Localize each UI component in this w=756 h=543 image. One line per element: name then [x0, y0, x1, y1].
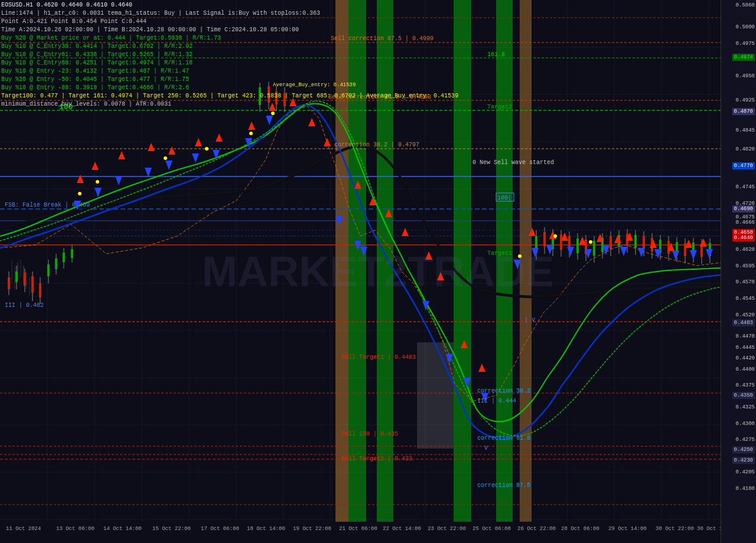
svg-rect-86: [284, 93, 286, 106]
chart-svg: Sell correction 87.5 | 0.4999 161.8 Sell…: [0, 0, 721, 532]
svg-rect-98: [576, 238, 579, 253]
svg-rect-68: [31, 276, 34, 293]
price-4275: 0.4275: [736, 437, 755, 443]
svg-point-196: [518, 254, 522, 258]
svg-rect-84: [275, 91, 278, 104]
price-4205: 0.4205: [736, 469, 755, 475]
price-4230: 0.4230: [732, 457, 755, 464]
price-4300: 0.4300: [736, 421, 755, 427]
svg-rect-78: [71, 249, 73, 258]
time-label-7: 19 Oct 22:00: [293, 526, 331, 532]
time-label-12: 26 Oct 22:00: [517, 526, 556, 532]
label-iii-444: III | 0.444: [477, 398, 516, 404]
svg-rect-66: [24, 273, 26, 286]
svg-rect-72: [47, 264, 50, 276]
price-4620: 0.4620: [736, 247, 755, 253]
price-4520: 0.4520: [736, 312, 755, 318]
svg-point-198: [589, 240, 592, 244]
label-target2: Target2: [487, 104, 512, 110]
label-avg-buy: Average_Buy_entry: 0.41539: [273, 82, 356, 88]
label-iii-462: III | 0.462: [5, 302, 44, 309]
label-fsb: FSB: False Break | 0.469: [5, 202, 90, 208]
time-label-14: 29 Oct 14:00: [608, 526, 647, 532]
price-4595: 0.4595: [736, 263, 755, 269]
price-4250: 0.4250: [732, 446, 755, 453]
price-4470: 0.4470: [736, 333, 755, 339]
time-label-1: 11 Oct 2024: [6, 526, 41, 532]
price-4545: 0.4545: [736, 296, 755, 302]
time-label-6: 18 Oct 14:00: [247, 526, 285, 532]
label-100-left: 100: [59, 103, 73, 112]
svg-rect-28: [348, 0, 366, 522]
svg-rect-32: [520, 0, 532, 522]
label-new-sell: 0 New Sell wave started: [472, 159, 554, 166]
price-4400: 0.4400: [736, 367, 755, 372]
svg-rect-102: [593, 241, 595, 256]
svg-point-195: [271, 112, 275, 115]
price-4974: 0.4974: [732, 54, 755, 61]
time-label-8: 21 Oct 06:00: [339, 526, 377, 532]
svg-rect-112: [634, 235, 637, 248]
svg-rect-74: [55, 259, 57, 269]
chart-container: MARKET2TRADE EOSUSD.H1 0.4620 0.4640 0.4…: [0, 0, 756, 543]
svg-rect-62: [8, 277, 10, 289]
price-4745: 0.4745: [736, 184, 755, 190]
svg-point-192: [164, 156, 167, 160]
price-4375: 0.4375: [736, 382, 755, 388]
svg-rect-82: [268, 86, 270, 103]
svg-point-191: [96, 180, 99, 184]
svg-point-190: [78, 192, 82, 195]
label-sell-corr87: Sell correction 87.5 | 0.4999: [331, 35, 434, 42]
price-4445: 0.4445: [736, 345, 755, 351]
price-4570: 0.4570: [736, 279, 755, 285]
price-4180: 0.4180: [736, 486, 755, 492]
label-target1: Target1: [487, 250, 512, 257]
time-label-10: 23 Oct 22:00: [428, 526, 466, 532]
time-label-16: 30 Oct 14:00: [697, 526, 721, 532]
svg-rect-124: [684, 243, 686, 256]
svg-point-194: [249, 132, 253, 135]
svg-rect-27: [335, 0, 348, 522]
svg-rect-90: [543, 232, 546, 247]
svg-rect-64: [15, 272, 18, 282]
price-4640: 0.4640: [732, 234, 755, 241]
time-label-3: 14 Oct 14:00: [103, 526, 142, 532]
label-iv-right: | V: [524, 317, 535, 323]
svg-rect-70: [39, 283, 41, 297]
label-corr61-right: correction 61.8: [477, 435, 530, 441]
price-4820: 0.4820: [736, 146, 755, 152]
label-corr38-right: correction 38.2: [477, 388, 530, 394]
svg-rect-94: [560, 235, 562, 250]
price-4483: 0.4483: [732, 319, 755, 326]
price-4925: 0.4925: [736, 97, 755, 103]
label-corr87-right: correction 87.5: [477, 482, 530, 489]
time-label-13: 28 Oct 06:00: [561, 526, 599, 532]
time-label-9: 22 Oct 14:00: [383, 526, 421, 532]
price-4666: 0.4666: [736, 220, 755, 225]
svg-rect-29: [377, 0, 393, 522]
label-sell-target2: Sell Target2 | 0.423: [341, 456, 412, 462]
price-4325: 0.4325: [736, 404, 755, 410]
svg-point-193: [205, 147, 208, 151]
svg-rect-31: [496, 0, 513, 522]
label-sell-corr61: Sell correction 61.8 | 0.4893: [328, 94, 431, 100]
svg-rect-114: [643, 236, 645, 249]
svg-rect-76: [63, 253, 65, 262]
price-4350: 0.4350: [732, 392, 755, 399]
label-corr38: correction 38.2 | 0.4797: [334, 142, 419, 148]
price-4975: 0.4975: [736, 41, 755, 47]
svg-rect-30: [454, 0, 471, 522]
price-axis: 0.5060 0.5000 0.4975 0.4974 0.4950 0.492…: [721, 0, 756, 543]
price-4690: 0.4690: [732, 205, 755, 212]
time-label-11: 25 Oct 06:00: [472, 526, 511, 532]
price-4420: 0.4420: [736, 355, 755, 361]
price-5060: 0.5060: [736, 2, 755, 8]
label-161: 161.8: [487, 51, 505, 58]
price-4870: 0.4870: [732, 108, 755, 115]
price-4845: 0.4845: [736, 127, 755, 133]
time-label-15: 30 Oct 22:00: [656, 526, 694, 532]
price-4770: 0.4770: [732, 162, 755, 169]
time-label-2: 13 Oct 06:00: [56, 526, 94, 532]
svg-rect-106: [610, 236, 612, 249]
label-sell-100: Sell 100 | 0.435: [341, 431, 398, 437]
